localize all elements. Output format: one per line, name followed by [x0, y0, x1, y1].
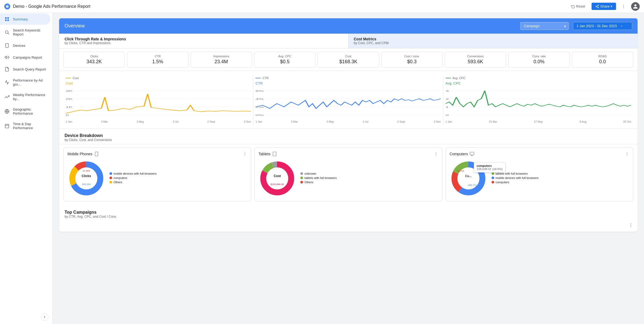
svg-point-62 [436, 154, 436, 154]
svg-text:6%: 6% [255, 89, 264, 92]
topbar: Demo - Google Ads Performance Report Res… [0, 0, 644, 13]
cost-section-sub: by Cost, CPC, and CPM [354, 41, 632, 45]
sidebar-item-devices[interactable]: Devices [0, 40, 50, 51]
kpi-cost-value: $168.3K [321, 59, 375, 65]
sidebar-item-weekly-perf[interactable]: Weekly Performance by... [0, 90, 50, 104]
kpi-clicks-value: 343.2K [67, 59, 121, 65]
share-button[interactable]: Share ▾ [592, 3, 616, 10]
kpi-conv-rate-label: Conv. rate [512, 55, 566, 58]
collapse-sidebar-button[interactable] [41, 313, 48, 321]
svg-text:4%: 4% [255, 97, 264, 100]
svg-point-8 [623, 8, 624, 8]
sidebar-label-devices: Devices [13, 44, 25, 48]
tablets-header: Tablets [258, 152, 438, 156]
computers-donut-area: Co... 109,64 469,712 tablets with full b… [450, 160, 629, 197]
overview-card: Overview Campaign All Campaigns 1 Jan 20… [59, 18, 638, 232]
svg-text:Co...: Co... [465, 174, 472, 178]
kpi-cost-label: Cost [321, 55, 375, 58]
cost-chart: Cost Cost [63, 75, 253, 124]
svg-point-83 [631, 226, 631, 227]
tablets-title: Tablets [258, 152, 270, 156]
computers-legend-item-3: computers [492, 181, 539, 184]
tooltip-value: 109,648.01 (18.5%) [477, 167, 503, 171]
kpi-ctr: CTR 1.5% [127, 52, 188, 68]
mobile-legend-item-2: computers [109, 176, 156, 179]
svg-rect-59 [273, 152, 276, 156]
bottom-more-icon[interactable] [628, 223, 633, 228]
svg-text:$156,896.88: $156,896.88 [271, 183, 284, 186]
ctr-chart-title: CTR [255, 81, 441, 85]
svg-point-72 [627, 152, 627, 153]
cost-metrics-header: Cost Metrics by Cost, CPC, and CPM [348, 34, 638, 48]
avg-cpc-legend-dot [446, 78, 451, 78]
kpi-cost-conv-value: $0.3 [385, 59, 439, 65]
avg-cpc-chart: Avg. CPC Avg. CPC 3 2 1 0 [443, 75, 633, 124]
svg-rect-9 [5, 17, 6, 19]
svg-point-1 [598, 5, 599, 6]
sidebar-label-geographic: Geographic Performance [13, 107, 46, 115]
kpi-roas-label: ROAS [575, 55, 630, 58]
svg-point-73 [627, 154, 627, 154]
sidebar-item-search-keywords[interactable]: Search Keywords Report [0, 25, 50, 39]
svg-text:109,64: 109,64 [457, 170, 464, 172]
sidebar-item-geographic[interactable]: Geographic Performance [0, 104, 50, 118]
tablets-donut-wrapper: Cost $156,896.88 unknown tablets with fu… [258, 160, 438, 197]
svg-text:2: 2 [446, 97, 449, 100]
ctr-legend-dot [255, 78, 261, 78]
mobile-more-icon[interactable] [243, 152, 247, 156]
tablets-more-icon[interactable] [434, 152, 438, 156]
date-range-dropdown[interactable]: 1 Jan 2023 - 31 Dec 2023 [573, 22, 632, 30]
user-avatar[interactable] [631, 2, 640, 11]
sidebar-label-weekly-perf: Weekly Performance by... [13, 93, 46, 101]
top-campaigns-section: Top Campaigns by CTR, Avg. CPC, and Cost… [59, 206, 638, 221]
cost-section-title: Cost Metrics [354, 37, 632, 41]
more-options-button[interactable] [619, 2, 628, 11]
svg-point-52 [245, 155, 245, 156]
sidebar-item-perf-ad-group[interactable]: Performance by Ad gro... [0, 75, 50, 89]
mobile-legend: mobile devices with full browsers comput… [109, 172, 156, 185]
cost-legend-label: Cost [73, 76, 79, 80]
mobile-phones-header: Mobile Phones [67, 152, 247, 156]
mobile-icon [94, 152, 99, 156]
kpi-row: Clicks 343.2K CTR 1.5% Impressions 23.4M… [59, 48, 638, 71]
topbar-right: Reset Share ▾ [568, 2, 640, 11]
calendar-icon [4, 123, 10, 129]
svg-point-7 [623, 6, 624, 6]
kpi-clicks: Clicks 343.2K [63, 52, 125, 68]
kpi-conversions: Conversions 593.6K [445, 52, 506, 68]
kpi-avg-cpc-value: $0.5 [258, 59, 312, 65]
ctr-chart-area: 6% 4% 2% 0% [255, 87, 441, 120]
app-logo [4, 3, 10, 9]
svg-line-14 [8, 33, 9, 34]
svg-text:0: 0 [446, 114, 449, 116]
sidebar-label-time-day: Time & Day Performance [13, 122, 46, 130]
svg-point-6 [623, 5, 624, 5]
reset-button[interactable]: Reset [568, 3, 588, 10]
sidebar-item-time-day[interactable]: Time & Day Performance [0, 119, 50, 133]
sidebar-item-summary[interactable]: Summary [0, 13, 50, 25]
sidebar-item-search-query[interactable]: Search Query Report [0, 64, 50, 75]
svg-marker-17 [5, 56, 7, 59]
ctr-chart-x-labels: 1 Jan3 Mar3 May3 Jul2 Sept2 Nov [255, 120, 441, 123]
computers-header: Computers [450, 152, 629, 156]
avg-cpc-chart-legend: Avg. CPC [446, 76, 631, 80]
computers-more-icon[interactable] [625, 152, 629, 156]
cost-chart-x-labels: 1 Jan3 Mar3 May3 Jul2 Sept2 Nov [66, 120, 251, 123]
svg-point-3 [598, 7, 599, 8]
device-breakdown-title: Device Breakdown [65, 133, 632, 138]
metrics-headers: Click Through Rate & Impressions by Clic… [59, 34, 638, 48]
kpi-impressions-value: 23.4M [194, 59, 248, 65]
campaign-dropdown[interactable]: Campaign All Campaigns [520, 22, 569, 30]
mobile-donut-chart: Clicks 37,553 283,293 [67, 160, 105, 197]
ctr-section-sub: by Clicks, CTR and Impressions [65, 41, 343, 45]
sidebar-item-campaigns[interactable]: Campaigns Report [0, 52, 50, 63]
mobile-phones-title: Mobile Phones [67, 152, 92, 156]
mobile-legend-item-1: mobile devices with full browsers [109, 172, 156, 175]
sidebar-label-campaigns: Campaigns Report [13, 55, 42, 59]
cost-chart-title: Cost [66, 81, 251, 85]
avg-cpc-chart-title: Avg. CPC [446, 81, 631, 85]
svg-rect-12 [8, 20, 9, 21]
kpi-roas: ROAS 0.0 [572, 52, 633, 68]
avg-cpc-legend-label: Avg. CPC [453, 76, 465, 80]
svg-point-50 [245, 152, 245, 153]
